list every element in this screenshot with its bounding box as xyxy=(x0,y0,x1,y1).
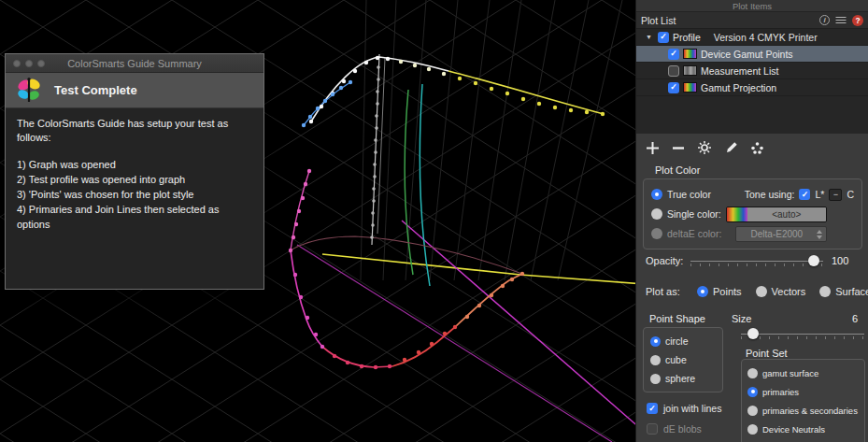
plot-color-heading: Plot Color xyxy=(655,164,700,176)
option-label: Vectors xyxy=(772,286,806,297)
radio-icon xyxy=(650,336,661,347)
true-color-label: True color xyxy=(667,189,711,200)
option-label: Device Neutrals xyxy=(762,424,825,435)
size-label: Size xyxy=(732,313,751,324)
single-color-swatch[interactable] xyxy=(727,207,747,221)
point-set-primaries-radio[interactable]: primaries xyxy=(747,384,859,399)
panel-titlebar[interactable]: Plot Items xyxy=(636,0,868,12)
radio-icon xyxy=(819,286,831,297)
add-button[interactable] xyxy=(646,141,660,155)
single-color-radio[interactable] xyxy=(651,208,662,220)
colorthink-logo-icon xyxy=(15,76,43,106)
opacity-label: Opacity: xyxy=(646,255,690,266)
size-slider[interactable] xyxy=(741,327,864,340)
slider-ticks xyxy=(690,264,823,266)
info-icon[interactable]: i xyxy=(819,15,830,25)
plot-as-surface-radio[interactable]: Surface xyxy=(819,286,868,297)
radio-icon xyxy=(650,374,661,384)
single-color-dropdown[interactable]: <auto> xyxy=(747,207,826,221)
point-set-primaries-secondaries-radio[interactable]: primaries & secondaries xyxy=(747,403,859,418)
single-color-label: Single color: xyxy=(667,208,721,220)
disclosure-triangle-icon[interactable]: ▼ xyxy=(644,34,654,40)
option-label: join with lines xyxy=(663,403,721,414)
radio-icon xyxy=(747,387,758,397)
plot-items-panel: Plot Items Plot List i ? ▼ Profile Versi… xyxy=(635,0,868,442)
opacity-row: Opacity: 100 xyxy=(646,254,861,267)
plot-list-row-measurement-list[interactable]: Measurement List xyxy=(636,63,868,79)
radio-icon xyxy=(697,286,708,297)
slider-track[interactable] xyxy=(741,334,864,335)
tone-l-label: L* xyxy=(815,189,824,200)
gamut-projection-checkbox[interactable] xyxy=(668,82,679,93)
join-with-lines-checkbox[interactable]: join with lines xyxy=(647,403,721,414)
deltae-row: deltaE color: Delta-E2000 xyxy=(651,225,854,242)
point-shape-cube-radio[interactable]: cube xyxy=(650,352,716,367)
point-set-gamut-surface-radio[interactable]: gamut surface xyxy=(747,365,859,380)
dropdown-value: Delta-E2000 xyxy=(751,229,804,239)
profile-checkbox[interactable] xyxy=(658,32,669,43)
radio-icon xyxy=(747,368,758,378)
settings-gear-icon[interactable] xyxy=(697,140,712,155)
point-shape-circle-radio[interactable]: circle xyxy=(650,334,716,349)
summary-step-3: 3) 'Points' was chosen for the plot styl… xyxy=(17,187,252,202)
checkbox-icon xyxy=(647,403,658,414)
dialog-header: Test Complete xyxy=(6,73,263,108)
plot-as-points-radio[interactable]: Points xyxy=(697,286,742,297)
point-set-device-neutrals-radio[interactable]: Device Neutrals xyxy=(747,421,859,436)
tone-using-label: Tone using: xyxy=(745,189,795,200)
true-color-radio[interactable] xyxy=(651,189,662,200)
summary-step-2: 2) Test profile was opened into graph xyxy=(17,172,252,187)
grayscale-icon xyxy=(683,65,697,76)
row-label: Gamut Projection xyxy=(701,82,776,93)
option-label: Surface xyxy=(835,286,868,297)
single-color-row: Single color: <auto> xyxy=(651,206,854,222)
colorsmarts-summary-window[interactable]: ColorSmarts Guide Summary Test Complete … xyxy=(5,53,264,290)
deltae-radio[interactable] xyxy=(651,228,662,239)
opacity-slider[interactable] xyxy=(690,254,823,267)
de-blobs-checkbox[interactable]: dE blobs xyxy=(647,423,702,435)
slider-track[interactable] xyxy=(690,261,823,262)
dialog-titlebar[interactable]: ColorSmarts Guide Summary xyxy=(6,54,263,73)
point-shape-sphere-radio[interactable]: sphere xyxy=(650,371,716,386)
opacity-value: 100 xyxy=(832,255,848,266)
dropdown-value: <auto> xyxy=(772,209,801,220)
deltae-label: deltaE color: xyxy=(667,228,721,239)
plot-list-header: Plot List i ? xyxy=(636,12,868,29)
plot-as-vectors-radio[interactable]: Vectors xyxy=(756,286,806,297)
tone-minus-button[interactable]: − xyxy=(829,189,842,201)
plot-list-row-gamut-projection[interactable]: Gamut Projection xyxy=(636,79,868,96)
option-label: gamut surface xyxy=(762,368,818,378)
eyedropper-icon[interactable] xyxy=(724,141,738,155)
profile-label: Profile xyxy=(673,32,701,43)
plot-as-label: Plot as: xyxy=(646,286,683,297)
row-label: Measurement List xyxy=(701,65,778,77)
profile-value: Version 4 CMYK Printer xyxy=(714,32,818,43)
tone-l-checkbox[interactable] xyxy=(799,189,810,200)
plot-list-row-device-gamut-points[interactable]: Device Gamut Points xyxy=(636,46,868,63)
row-label: Device Gamut Points xyxy=(701,49,793,60)
tone-c-label: C xyxy=(847,189,854,200)
stepper-icon xyxy=(816,229,824,240)
color-cluster-icon[interactable] xyxy=(750,141,764,155)
remove-button[interactable] xyxy=(672,141,685,155)
true-color-row: True color Tone using: L* − C xyxy=(651,186,854,203)
option-label: cube xyxy=(665,354,687,365)
device-gamut-points-checkbox[interactable] xyxy=(668,49,679,60)
deltae-dropdown[interactable]: Delta-E2000 xyxy=(735,226,827,242)
help-icon[interactable]: ? xyxy=(852,15,863,26)
radio-icon xyxy=(756,286,767,297)
opacity-slider-knob[interactable] xyxy=(808,255,819,266)
plot-list: ▼ Profile Version 4 CMYK Printer Device … xyxy=(636,29,868,134)
menu-icon[interactable] xyxy=(835,16,847,24)
checkbox-icon xyxy=(647,423,658,435)
plot-list-row-profile[interactable]: ▼ Profile Version 4 CMYK Printer xyxy=(636,29,868,46)
dialog-body: The ColorSmarts Guide has setup your tes… xyxy=(6,108,263,240)
summary-step-1: 1) Graph was opened xyxy=(17,157,252,172)
panel-title: Plot Items xyxy=(733,1,772,11)
plot-as-row: Plot as: Points Vectors Surface xyxy=(646,286,868,297)
point-set-group: gamut surface primaries primaries & seco… xyxy=(741,359,865,442)
color-spectrum-icon xyxy=(683,49,697,59)
measurement-list-checkbox[interactable] xyxy=(668,65,679,77)
radio-icon xyxy=(747,406,758,416)
summary-intro: The ColorSmarts Guide has setup your tes… xyxy=(17,117,252,145)
